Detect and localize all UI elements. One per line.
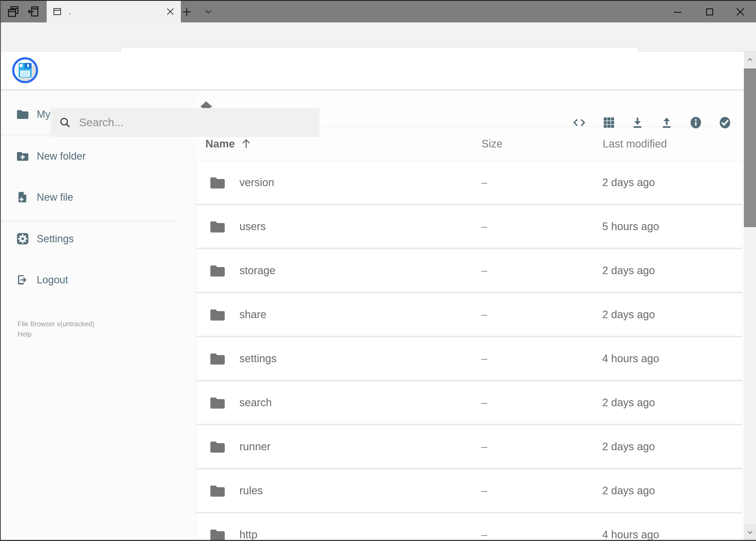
table-row[interactable]: version – 2 days ago: [196, 161, 742, 204]
minimize-icon: [674, 12, 681, 13]
file-modified: 2 days ago: [602, 469, 655, 512]
close-icon: [735, 6, 746, 18]
settings-icon: [16, 233, 29, 245]
new-folder-icon: [16, 150, 29, 162]
folder-icon: [16, 108, 29, 121]
close-button[interactable]: [735, 6, 746, 18]
table-row[interactable]: rules – 2 days ago: [196, 469, 742, 512]
folder-icon: [210, 263, 225, 278]
file-size: –: [474, 469, 494, 512]
table-row[interactable]: share – 2 days ago: [196, 293, 742, 336]
folder-icon: [210, 351, 225, 366]
table-row[interactable]: search – 2 days ago: [196, 381, 742, 424]
file-size: –: [474, 381, 494, 424]
grid-icon: [602, 116, 616, 129]
help-link[interactable]: Help: [18, 329, 31, 339]
sidebar-item-new-folder[interactable]: New folder: [1, 148, 196, 165]
file-name: version: [239, 161, 274, 204]
folder-icon: [210, 175, 225, 191]
sidebar-item-label: New file: [37, 189, 73, 206]
column-header-name[interactable]: Name: [205, 137, 235, 150]
file-name: users: [239, 205, 266, 248]
select-multiple-button[interactable]: [718, 116, 732, 129]
sidebar-item-settings[interactable]: Settings: [1, 231, 196, 247]
upload-button[interactable]: [660, 116, 673, 129]
sort-ascending-icon: [240, 138, 252, 150]
tab-list-dropdown[interactable]: [203, 7, 214, 17]
tab-close-icon[interactable]: [165, 7, 175, 16]
divider: [2, 221, 176, 222]
floppy-label: [20, 71, 30, 77]
file-modified: 4 hours ago: [602, 337, 659, 380]
check-circle-icon: [718, 116, 732, 129]
set-tabs-aside-button[interactable]: [27, 5, 39, 18]
file-size: –: [474, 293, 494, 336]
listing-card: version – 2 days ago users – 5 hours ago…: [196, 161, 742, 540]
version-text: File Browser v(untracked): [18, 319, 95, 329]
table-row[interactable]: settings – 4 hours ago: [196, 337, 742, 380]
tab-bar: .: [1, 1, 756, 22]
app-header: [1, 52, 744, 89]
new-file-icon: [16, 191, 29, 204]
floppy-tab: [20, 64, 22, 67]
file-browser-logo[interactable]: [12, 57, 38, 83]
browser-window: . filebrowser.web/files/: [0, 0, 756, 541]
folder-icon: [210, 439, 225, 455]
table-row[interactable]: http – 4 hours ago: [196, 513, 742, 540]
scrollbar[interactable]: [744, 52, 756, 540]
info-icon: [689, 116, 702, 129]
file-name: settings: [239, 337, 277, 380]
sidebar-item-label: Logout: [37, 271, 68, 288]
table-row[interactable]: runner – 2 days ago: [196, 425, 742, 468]
column-header-modified[interactable]: Last modified: [603, 137, 667, 150]
column-header-size[interactable]: Size: [481, 137, 503, 150]
sidebar-item-logout[interactable]: Logout: [1, 271, 196, 288]
tabs-preview-icon: [7, 5, 19, 18]
sidebar-item-label: New folder: [37, 148, 86, 165]
sidebar-item-label: Settings: [37, 231, 74, 247]
maximize-button[interactable]: [704, 6, 715, 18]
table-row[interactable]: users – 5 hours ago: [196, 205, 742, 248]
code-view-button[interactable]: [573, 116, 586, 129]
new-tab-button[interactable]: [181, 6, 192, 18]
logout-icon: [16, 273, 29, 286]
file-modified: 2 days ago: [602, 381, 655, 424]
file-size: –: [474, 513, 494, 540]
browser-tab[interactable]: .: [47, 1, 181, 22]
sidebar: My files New folder New file Settings: [1, 89, 196, 540]
chevron-down-icon: [203, 7, 214, 16]
scroll-thumb[interactable]: [744, 68, 756, 227]
file-modified: 5 hours ago: [602, 205, 659, 248]
file-name: share: [239, 293, 266, 336]
folder-icon: [210, 483, 225, 499]
sidebar-item-new-file[interactable]: New file: [1, 189, 196, 206]
file-name: storage: [239, 249, 275, 292]
file-name: runner: [239, 425, 271, 468]
file-name: rules: [239, 469, 263, 512]
scroll-down-button[interactable]: [744, 524, 756, 540]
folder-icon: [210, 527, 225, 540]
info-button[interactable]: [689, 116, 702, 129]
scroll-up-button[interactable]: [744, 52, 756, 67]
search-icon: [59, 116, 71, 129]
search-bar[interactable]: [51, 108, 320, 137]
folder-icon: [210, 395, 225, 410]
folder-icon: [210, 219, 225, 235]
search-input[interactable]: [79, 108, 311, 137]
upload-icon: [660, 116, 673, 129]
file-name: search: [239, 381, 272, 424]
file-modified: 2 days ago: [602, 249, 655, 292]
file-modified: 2 days ago: [602, 161, 655, 204]
minimize-button[interactable]: [672, 6, 683, 18]
download-button[interactable]: [631, 116, 644, 129]
table-row[interactable]: storage – 2 days ago: [196, 249, 742, 292]
tabs-preview-button[interactable]: [7, 5, 19, 18]
file-name: http: [239, 513, 257, 540]
file-size: –: [474, 425, 494, 468]
grid-view-button[interactable]: [602, 116, 616, 129]
navigation-toolbar: filebrowser.web/files/: [1, 22, 756, 52]
file-modified: 4 hours ago: [602, 513, 659, 540]
file-size: –: [474, 337, 494, 380]
floppy-shutter: [25, 63, 32, 68]
code-icon: [573, 116, 586, 129]
